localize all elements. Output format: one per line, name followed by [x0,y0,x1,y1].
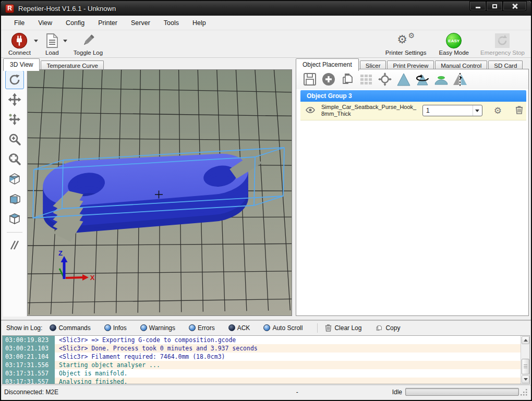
copies-dropdown[interactable]: 1 [422,105,482,116]
log-message: Starting object analyser ... [55,361,160,369]
toggle-dot-icon [104,324,111,331]
toggle-dot-icon [50,324,56,331]
log-row: 03:17:31.557Analysing finished. [3,378,529,384]
3d-viewport[interactable]: Z X [27,69,292,316]
visibility-eye-icon[interactable] [306,106,315,115]
close-button[interactable] [503,1,527,11]
move-viewpoint-button[interactable] [5,110,24,129]
easy-mode-button[interactable]: EASY Easy Mode [437,31,471,57]
tab-object-placement[interactable]: Object Placement [296,58,359,71]
object-group-header[interactable]: Object Group 3 [300,90,526,102]
resize-grip[interactable] [521,388,528,396]
log-toggle-errors[interactable]: Errors [189,324,215,332]
app-window: R Repetier-Host V1.6.1 - Unknown FileVie… [0,0,532,401]
scroll-down-arrow[interactable] [522,375,529,383]
log-timestamp: 03:17:31.556 [3,361,55,369]
move-object-button[interactable] [5,90,24,109]
toolbar-separator [7,232,22,233]
load-file-icon [44,32,60,49]
minimize-button[interactable] [469,1,486,11]
object-settings-gear-icon[interactable]: ⚙ [494,105,502,116]
delete-object-icon[interactable] [515,105,523,116]
rotate-object-button[interactable] [413,71,432,88]
menu-item-tools[interactable]: Tools [157,17,186,29]
show-in-log-label: Show in Log: [6,324,42,332]
emergency-stop-icon [494,32,510,49]
save-button[interactable] [300,71,319,88]
object-placement-toolbar [296,69,528,89]
log-message: Analysing finished. [55,378,128,384]
zoom-button[interactable] [5,130,24,149]
lay-flat-button[interactable] [432,71,451,88]
log-toggle-auto-scroll[interactable]: Auto Scroll [263,324,303,332]
log-timestamp: 03:17:31.557 [3,369,55,378]
log-message: Object is manifold. [55,370,128,377]
log-message: <Slic3r> Filament required: 7464.0mm (18… [55,353,225,360]
copy-icon [375,324,383,332]
trash-icon [325,324,332,332]
scroll-up-arrow[interactable] [522,336,529,344]
dropdown-arrow-icon[interactable] [473,105,482,116]
menu-item-server[interactable]: Server [124,17,157,29]
status-bar: Disconnected: M2E - Idle [1,385,531,398]
toggle-dot-icon [189,324,196,331]
menu-item-config[interactable]: Config [59,17,91,29]
load-button[interactable]: Load [42,31,62,57]
log-toggle-commands[interactable]: Commands [50,324,90,332]
object-list-row[interactable]: Simple_Car_Seatback_Purse_Hook_8mm_Thick… [300,102,526,120]
front-view-button[interactable] [5,189,24,208]
scale-object-button[interactable] [394,71,413,88]
top-view-button[interactable] [5,209,24,228]
tab-3d-view[interactable]: 3D View [3,58,40,71]
parallel-projection-button[interactable] [5,236,24,254]
log-output[interactable]: 03:00:19.823<Slic3r> => Exporting G-code… [2,335,530,384]
copy-object-button[interactable] [338,71,357,88]
view-toolbar [3,69,26,317]
main-toolbar: Connect Load [1,30,531,58]
printer-settings-button[interactable]: ⚙⚙ Printer Settings [383,31,429,57]
separator [317,323,318,333]
rotate-view-button[interactable] [5,70,24,89]
menu-item-help[interactable]: Help [186,17,213,29]
emergency-stop-button: Emergency Stop [478,31,527,57]
menu-item-file[interactable]: File [7,17,31,29]
log-header: Show in Log: CommandsInfosWarningsErrors… [1,321,531,335]
log-row: 03:00:21.104<Slic3r> Filament required: … [3,353,529,361]
menu-item-printer[interactable]: Printer [91,17,124,29]
z-axis-label: Z [58,249,63,257]
toggle-dot-icon [140,324,147,331]
menu-bar: FileViewConfigPrinterServerToolsHelp [1,16,531,30]
log-toggle-warnings[interactable]: Warnings [140,324,175,332]
log-scrollbar[interactable] [521,336,529,384]
connect-plug-icon [11,32,28,49]
minimize-icon [476,7,480,8]
maximize-icon [492,4,497,8]
connect-button[interactable]: Connect [6,31,33,57]
clear-log-button[interactable]: Clear Log [325,324,361,332]
center-object-button[interactable] [376,71,394,88]
scrollbar-thumb[interactable] [522,359,529,374]
fit-printer-button[interactable] [5,150,24,168]
copies-value: 1 [423,107,473,114]
connect-dropdown-arrow[interactable] [34,40,38,42]
log-toggle-infos[interactable]: Infos [104,324,127,332]
title-bar[interactable]: R Repetier-Host V1.6.1 - Unknown [1,1,531,16]
maximize-button[interactable] [486,1,503,11]
toggle-dot-icon [228,324,235,331]
log-timestamp: 03:00:21.104 [3,353,55,361]
mirror-object-button[interactable] [451,71,469,88]
add-object-button[interactable] [319,71,338,88]
log-timestamp: 03:00:21.103 [3,344,55,353]
isometric-view-button[interactable] [5,169,24,188]
object-name: Simple_Car_Seatback_Purse_Hook_8mm_Thick [321,104,419,117]
gears-icon: ⚙⚙ [397,32,415,49]
menu-item-view[interactable]: View [31,17,59,29]
log-section: Show in Log: CommandsInfosWarningsErrors… [1,320,531,385]
log-toggle-ack[interactable]: ACK [228,324,250,332]
status-center: - [202,388,392,396]
easy-mode-icon: EASY [446,32,462,49]
x-axis-label: X [90,274,95,282]
load-dropdown-arrow[interactable] [63,40,67,42]
toggle-log-button[interactable]: Toggle Log [71,31,105,57]
copy-log-button[interactable]: Copy [375,324,400,332]
